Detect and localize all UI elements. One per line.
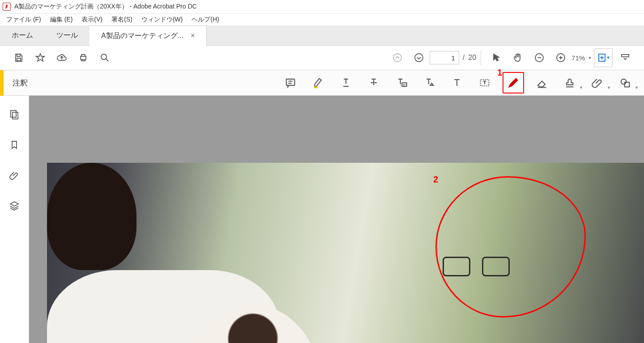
attach-icon[interactable]: ▼: [588, 73, 607, 93]
menu-bar: ファイル (F) 編集 (E) 表示(V) 署名(S) ウィンドウ(W) ヘルプ…: [0, 14, 644, 25]
text-comment-icon[interactable]: [392, 73, 411, 93]
svg-point-4: [415, 54, 423, 62]
star-icon[interactable]: [30, 47, 51, 68]
tab-home[interactable]: ホーム: [0, 25, 45, 45]
page-down-icon[interactable]: [408, 47, 430, 68]
menu-window[interactable]: ウィンドウ(W): [137, 14, 188, 25]
strikethrough-icon[interactable]: [364, 73, 384, 93]
bookmarks-icon[interactable]: [8, 139, 21, 151]
page-content: 2: [47, 163, 644, 343]
tab-document[interactable]: A製品のマーケティング... ×: [90, 25, 207, 46]
zoom-select[interactable]: 71% ▼: [571, 54, 592, 62]
page-sep: /: [463, 54, 465, 62]
acrobat-logo-icon: [3, 3, 11, 11]
navigation-pane: [0, 96, 29, 343]
main-toolbar: / 20 71% ▼ ▼: [0, 46, 644, 70]
eraser-icon[interactable]: [532, 73, 552, 93]
cloud-upload-icon[interactable]: [51, 47, 73, 68]
print-icon[interactable]: [73, 47, 94, 68]
title-bar: A製品のマーケティング計画（20XX年） - Adobe Acrobat Pro…: [0, 0, 644, 14]
svg-rect-14: [11, 110, 16, 117]
text-insert-icon[interactable]: [419, 73, 439, 93]
menu-file[interactable]: ファイル (F): [2, 14, 46, 25]
pencil-draw-icon[interactable]: 1: [503, 72, 524, 93]
svg-point-3: [393, 54, 401, 62]
photo-person: [47, 163, 136, 270]
tab-close-icon[interactable]: ×: [191, 32, 195, 40]
menu-help[interactable]: ヘルプ(H): [187, 14, 223, 25]
svg-rect-13: [625, 82, 630, 87]
work-area: 2: [0, 96, 644, 343]
textbox-icon[interactable]: [475, 73, 495, 93]
highlight-icon[interactable]: [308, 73, 328, 93]
stamp-icon[interactable]: ▼: [560, 73, 580, 93]
zoom-out-icon[interactable]: [529, 47, 550, 68]
document-viewer[interactable]: 2: [29, 96, 644, 343]
search-icon[interactable]: [94, 47, 115, 68]
annotation-bar: 注釈 1 ▼ ▼ ▼: [0, 70, 644, 96]
sticky-note-icon[interactable]: [281, 73, 300, 93]
fit-page-icon[interactable]: ▼: [594, 48, 613, 67]
hand-icon[interactable]: [507, 47, 529, 68]
svg-point-12: [621, 79, 627, 85]
layers-icon[interactable]: [8, 199, 21, 212]
svg-rect-0: [17, 58, 21, 61]
tab-document-label: A製品のマーケティング...: [101, 31, 183, 41]
menu-sign[interactable]: 署名(S): [107, 14, 137, 25]
svg-rect-8: [622, 55, 629, 57]
annotation-accent: [0, 70, 4, 96]
svg-point-2: [101, 54, 107, 59]
freehand-annotation[interactable]: [435, 176, 586, 318]
page-up-icon[interactable]: [387, 47, 408, 68]
page-number-input[interactable]: [430, 51, 459, 64]
page-indicator: / 20: [430, 51, 476, 64]
zoom-in-icon[interactable]: [550, 47, 571, 68]
annotation-label: 注釈: [13, 78, 28, 88]
svg-rect-9: [286, 79, 295, 85]
callout-1: 1: [497, 68, 502, 78]
separator: [481, 50, 481, 65]
page-total: 20: [468, 54, 476, 62]
underline-icon[interactable]: [336, 73, 356, 93]
svg-rect-10: [402, 83, 407, 86]
chevron-down-icon: ▼: [588, 55, 592, 60]
thumbnails-icon[interactable]: [8, 108, 21, 121]
callout-2: 2: [433, 174, 438, 185]
text-tool-icon[interactable]: [447, 73, 467, 93]
window-title: A製品のマーケティング計画（20XX年） - Adobe Acrobat Pro…: [14, 3, 197, 11]
zoom-value: 71%: [571, 54, 585, 62]
pointer-icon[interactable]: [486, 47, 507, 68]
menu-view[interactable]: 表示(V): [77, 14, 107, 25]
tab-tools[interactable]: ツール: [45, 25, 90, 45]
svg-rect-1: [81, 56, 86, 59]
svg-rect-15: [13, 112, 18, 119]
menu-edit[interactable]: 編集 (E): [46, 14, 77, 25]
overflow-icon[interactable]: [614, 47, 636, 68]
tab-strip: ホーム ツール A製品のマーケティング... ×: [0, 25, 644, 46]
shapes-icon[interactable]: ▼: [615, 73, 635, 93]
attachments-icon[interactable]: [8, 169, 21, 182]
save-icon[interactable]: [8, 47, 30, 68]
